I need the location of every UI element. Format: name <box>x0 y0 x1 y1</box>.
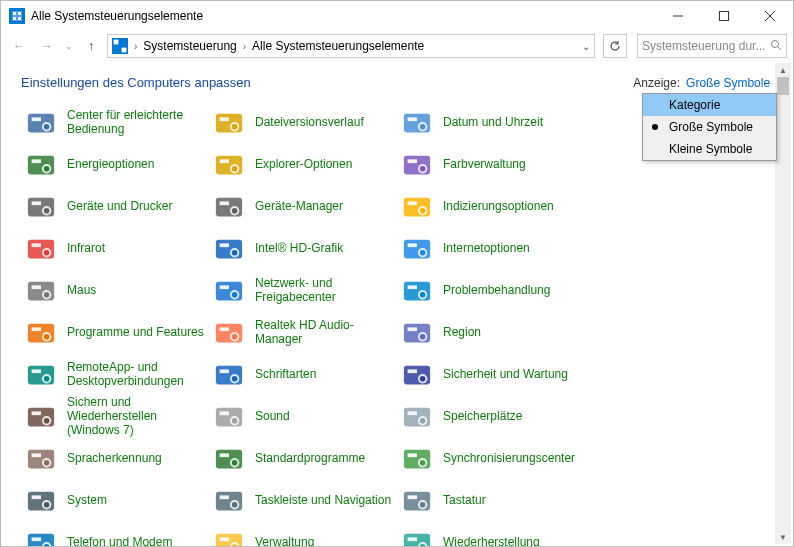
control-panel-item[interactable]: Energieoptionen <box>21 144 209 186</box>
svg-rect-67 <box>220 285 229 289</box>
svg-rect-87 <box>32 369 41 373</box>
item-label: Internetoptionen <box>443 242 530 256</box>
control-panel-item[interactable]: Geräte und Drucker <box>21 186 209 228</box>
address-dropdown-icon[interactable]: ⌄ <box>582 41 590 52</box>
view-option-kleine-symbole[interactable]: Kleine Symbole <box>643 138 776 160</box>
svg-point-105 <box>232 418 238 424</box>
control-panel-item[interactable]: Sicherheit und Wartung <box>397 354 585 396</box>
item-icon <box>401 191 433 223</box>
control-panel-item[interactable]: Geräte-Manager <box>209 186 397 228</box>
control-panel-item[interactable]: Schriftarten <box>209 354 397 396</box>
item-icon <box>213 233 245 265</box>
breadcrumb-current[interactable]: Alle Systemsteuerungselemente <box>252 39 424 53</box>
item-icon <box>213 527 245 546</box>
svg-point-129 <box>232 502 238 508</box>
view-option-grosse-symbole[interactable]: Große Symbole <box>643 116 776 138</box>
item-icon <box>25 107 57 139</box>
item-icon <box>401 149 433 181</box>
svg-point-53 <box>44 250 50 256</box>
control-panel-item[interactable]: Realtek HD Audio-Manager <box>209 312 397 354</box>
view-label: Anzeige: <box>633 76 680 90</box>
control-panel-item[interactable]: Explorer-Optionen <box>209 144 397 186</box>
vertical-scrollbar[interactable]: ▲ ▼ <box>775 63 791 544</box>
item-icon <box>213 149 245 181</box>
svg-point-12 <box>772 40 779 47</box>
item-label: Netzwerk- und Freigabecenter <box>255 277 393 305</box>
control-panel-item[interactable]: Datum und Uhrzeit <box>397 102 585 144</box>
forward-button[interactable]: → <box>35 34 59 58</box>
item-label: Indizierungsoptionen <box>443 200 554 214</box>
control-panel-item[interactable]: Region <box>397 312 585 354</box>
item-icon <box>401 485 433 517</box>
scroll-down-icon[interactable]: ▼ <box>775 530 791 544</box>
control-panel-item[interactable]: Maus <box>21 270 209 312</box>
control-panel-item[interactable]: Sichern und Wiederherstellen (Windows 7) <box>21 396 209 438</box>
item-icon <box>213 107 245 139</box>
item-label: Wiederherstellung <box>443 536 540 546</box>
window-title: Alle Systemsteuerungselemente <box>31 9 203 23</box>
control-panel-item[interactable]: Problembehandlung <box>397 270 585 312</box>
view-dropdown[interactable]: Große Symbole ▼ <box>686 76 783 90</box>
control-panel-item[interactable]: Synchronisierungscenter <box>397 438 585 480</box>
svg-point-125 <box>44 502 50 508</box>
control-panel-item[interactable]: Wiederherstellung <box>397 522 585 546</box>
svg-rect-75 <box>32 327 41 331</box>
control-panel-item[interactable]: Programme und Features <box>21 312 209 354</box>
view-option-kategorie[interactable]: Kategorie <box>643 94 776 116</box>
control-panel-item[interactable]: RemoteApp- und Desktopverbindungen <box>21 354 209 396</box>
scroll-up-icon[interactable]: ▲ <box>775 63 791 77</box>
svg-rect-135 <box>32 537 41 541</box>
maximize-button[interactable] <box>701 1 747 31</box>
item-label: Taskleiste und Navigation <box>255 494 391 508</box>
item-icon <box>401 107 433 139</box>
svg-rect-2 <box>18 12 21 15</box>
svg-rect-99 <box>32 411 41 415</box>
control-panel-item[interactable]: Indizierungsoptionen <box>397 186 585 228</box>
control-panel-item[interactable]: Internetoptionen <box>397 228 585 270</box>
item-icon <box>401 401 433 433</box>
refresh-button[interactable] <box>603 34 627 58</box>
breadcrumb-root[interactable]: Systemsteuerung <box>143 39 236 53</box>
item-icon <box>213 359 245 391</box>
svg-point-73 <box>420 292 426 298</box>
item-label: RemoteApp- und Desktopverbindungen <box>67 361 205 389</box>
control-panel-item[interactable]: Center für erleichterte Bedienung <box>21 102 209 144</box>
control-panel-item[interactable]: Dateiversionsverlauf <box>209 102 397 144</box>
control-panel-item[interactable]: Intel® HD-Grafik <box>209 228 397 270</box>
svg-point-33 <box>232 166 238 172</box>
item-icon <box>401 527 433 546</box>
control-panel-item[interactable]: Sound <box>209 396 397 438</box>
svg-point-77 <box>44 334 50 340</box>
svg-rect-47 <box>408 201 417 205</box>
item-label: Standardprogramme <box>255 452 365 466</box>
scroll-thumb[interactable] <box>777 77 789 95</box>
item-label: Center für erleichterte Bedienung <box>67 109 205 137</box>
item-icon <box>25 443 57 475</box>
item-icon <box>25 527 57 546</box>
control-panel-item[interactable]: System <box>21 480 209 522</box>
chevron-right-icon: › <box>243 41 246 52</box>
close-button[interactable] <box>747 1 793 31</box>
svg-point-57 <box>232 250 238 256</box>
address-bar[interactable]: › Systemsteuerung › Alle Systemsteuerung… <box>107 34 595 58</box>
control-panel-item[interactable]: Standardprogramme <box>209 438 397 480</box>
recent-dropdown[interactable]: ⌄ <box>63 34 75 58</box>
item-icon <box>25 359 57 391</box>
svg-rect-1 <box>13 12 16 15</box>
control-panel-item[interactable]: Telefon und Modem <box>21 522 209 546</box>
search-box[interactable]: Systemsteuerung dur... <box>637 34 787 58</box>
control-panel-item[interactable]: Farbverwaltung <box>397 144 585 186</box>
control-panel-item[interactable]: Taskleiste und Navigation <box>209 480 397 522</box>
control-panel-item[interactable]: Netzwerk- und Freigabecenter <box>209 270 397 312</box>
control-panel-item[interactable]: Speicherplätze <box>397 396 585 438</box>
up-button[interactable]: ↑ <box>79 34 103 58</box>
control-panel-item[interactable]: Verwaltung <box>209 522 397 546</box>
control-panel-item[interactable]: Infrarot <box>21 228 209 270</box>
back-button[interactable]: ← <box>7 34 31 58</box>
svg-point-25 <box>420 124 426 130</box>
svg-rect-23 <box>408 117 417 121</box>
svg-rect-139 <box>220 537 229 541</box>
minimize-button[interactable] <box>655 1 701 31</box>
control-panel-item[interactable]: Tastatur <box>397 480 585 522</box>
control-panel-item[interactable]: Spracherkennung <box>21 438 209 480</box>
